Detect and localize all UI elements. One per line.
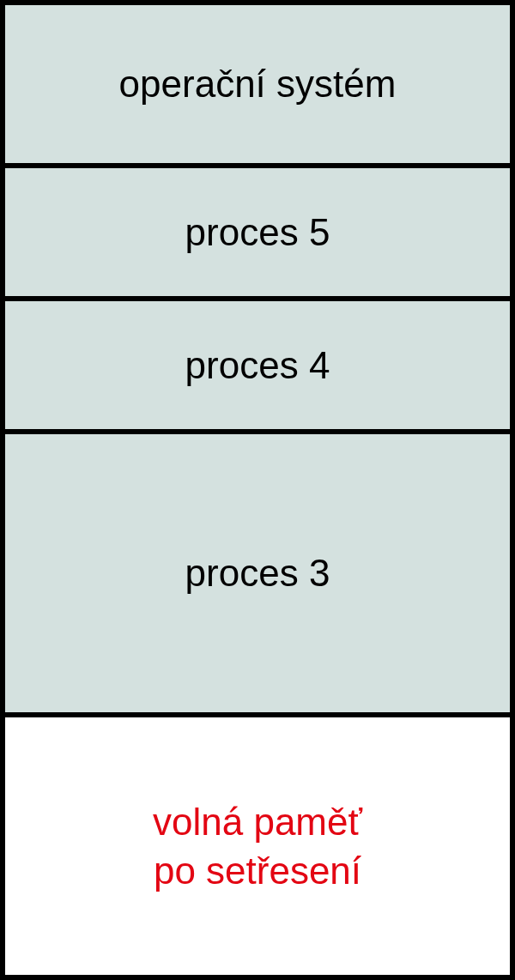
segment-label: volná paměťpo setřesení (153, 797, 362, 895)
segment-free-memory: volná paměťpo setřesení (5, 717, 510, 975)
segment-operating-system: operační systém (5, 5, 510, 168)
segment-process-4: proces 4 (5, 301, 510, 434)
segment-label: proces 5 (185, 208, 330, 257)
segment-process-3: proces 3 (5, 434, 510, 717)
memory-layout-diagram: operační systém proces 5 proces 4 proces… (0, 0, 515, 980)
segment-process-5: proces 5 (5, 168, 510, 301)
segment-label: proces 4 (185, 341, 330, 390)
segment-label: proces 3 (185, 548, 330, 597)
segment-label: operační systém (119, 59, 397, 108)
